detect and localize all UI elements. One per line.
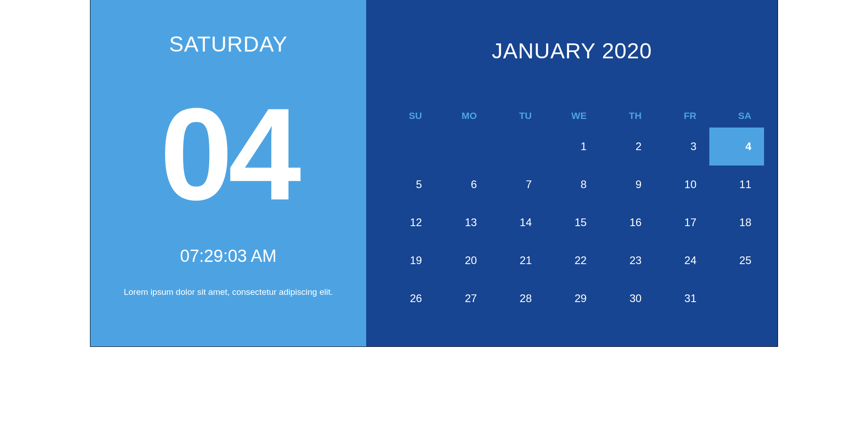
today-panel: SATURDAY 04 07:29:03 AM Lorem ipsum dolo… bbox=[90, 0, 366, 346]
calendar-day[interactable]: 2 bbox=[599, 128, 654, 166]
calendar-day[interactable]: 21 bbox=[490, 241, 544, 279]
weekday-label: SATURDAY bbox=[169, 32, 288, 57]
calendar-day[interactable]: 15 bbox=[544, 204, 599, 241]
weekday-header: WE bbox=[544, 104, 599, 128]
month-panel: JANUARY 2020 SUMOTUWETHFRSA 123456789101… bbox=[366, 0, 778, 346]
calendar-grid: SUMOTUWETHFRSA 1234567891011121314151617… bbox=[380, 104, 764, 317]
calendar-day[interactable]: 7 bbox=[490, 166, 544, 204]
day-number: 04 bbox=[160, 88, 297, 219]
calendar-day[interactable]: 13 bbox=[434, 204, 489, 241]
calendar-day[interactable]: 6 bbox=[434, 166, 489, 204]
calendar-day[interactable]: 17 bbox=[654, 204, 709, 241]
calendar-day[interactable]: 5 bbox=[380, 166, 434, 204]
weekday-header: FR bbox=[654, 104, 709, 128]
calendar-day[interactable]: 25 bbox=[709, 241, 764, 279]
calendar-day[interactable]: 4 bbox=[709, 128, 764, 166]
calendar-day[interactable]: 26 bbox=[380, 279, 434, 317]
calendar-day[interactable]: 24 bbox=[654, 241, 709, 279]
calendar-day[interactable]: 3 bbox=[654, 128, 709, 166]
calendar-day[interactable]: 8 bbox=[544, 166, 599, 204]
calendar-day[interactable]: 11 bbox=[709, 166, 764, 204]
calendar-day[interactable]: 20 bbox=[434, 241, 489, 279]
month-year-label: JANUARY 2020 bbox=[380, 38, 764, 63]
calendar-day[interactable]: 23 bbox=[599, 241, 654, 279]
weekday-header: SA bbox=[709, 104, 764, 128]
weekday-header: TU bbox=[490, 104, 544, 128]
calendar-day[interactable]: 27 bbox=[434, 279, 489, 317]
calendar-day[interactable]: 10 bbox=[654, 166, 709, 204]
calendar-day[interactable]: 16 bbox=[599, 204, 654, 241]
calendar-empty-cell bbox=[434, 128, 489, 166]
weekday-header: SU bbox=[380, 104, 434, 128]
calendar-day[interactable]: 28 bbox=[490, 279, 544, 317]
calendar-empty-cell bbox=[490, 128, 544, 166]
time-label: 07:29:03 AM bbox=[180, 246, 276, 266]
calendar-empty-cell bbox=[380, 128, 434, 166]
calendar-day[interactable]: 14 bbox=[490, 204, 544, 241]
calendar-day[interactable]: 18 bbox=[709, 204, 764, 241]
description: Lorem ipsum dolor sit amet, consectetur … bbox=[124, 286, 333, 298]
weekday-header: MO bbox=[434, 104, 489, 128]
calendar-day[interactable]: 29 bbox=[544, 279, 599, 317]
calendar-day[interactable]: 22 bbox=[544, 241, 599, 279]
weekday-header: TH bbox=[599, 104, 654, 128]
calendar-day[interactable]: 19 bbox=[380, 241, 434, 279]
calendar-empty-cell bbox=[709, 279, 764, 317]
calendar-day[interactable]: 1 bbox=[544, 128, 599, 166]
calendar-day[interactable]: 30 bbox=[599, 279, 654, 317]
calendar-day[interactable]: 12 bbox=[380, 204, 434, 241]
calendar-day[interactable]: 31 bbox=[654, 279, 709, 317]
calendar-day[interactable]: 9 bbox=[599, 166, 654, 204]
calendar-widget: SATURDAY 04 07:29:03 AM Lorem ipsum dolo… bbox=[90, 0, 778, 346]
